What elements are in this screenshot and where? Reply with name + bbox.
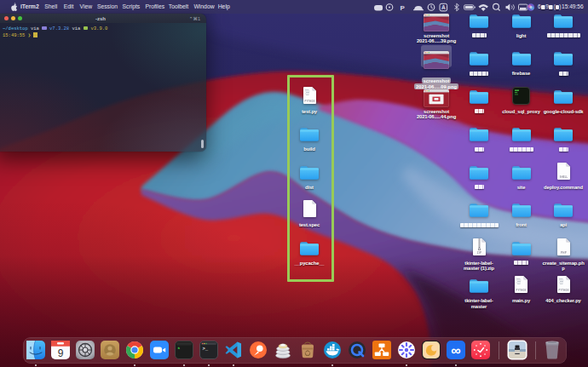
svg-text:9: 9 <box>58 347 64 359</box>
svg-text:PYTHON: PYTHON <box>304 99 314 102</box>
svg-text:PHP: PHP <box>561 250 567 254</box>
svg-text:ZIP: ZIP <box>476 250 481 254</box>
svg-text:∞: ∞ <box>451 343 460 358</box>
svg-text:PYTHON: PYTHON <box>516 289 526 292</box>
svg-text:SHELL: SHELL <box>559 175 568 178</box>
svg-text:>_: >_ <box>203 346 209 352</box>
svg-text:A: A <box>441 4 446 10</box>
svg-text:P: P <box>401 4 406 12</box>
svg-text:PYTHON: PYTHON <box>558 289 568 292</box>
